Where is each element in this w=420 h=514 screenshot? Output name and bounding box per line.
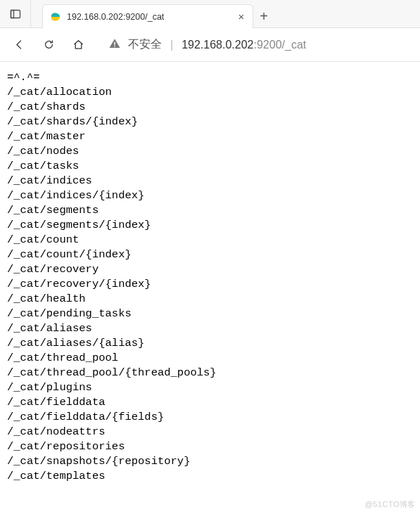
url-display: 192.168.0.202:9200/_cat <box>182 39 306 51</box>
reload-icon <box>43 39 55 51</box>
url-port: :9200 <box>253 39 281 51</box>
svg-rect-2 <box>114 41 115 45</box>
url-path: /_cat <box>282 39 307 51</box>
back-button[interactable] <box>6 32 32 58</box>
close-icon: × <box>238 11 245 23</box>
address-bar[interactable]: 不安全 | 192.168.0.202:9200/_cat <box>94 37 416 53</box>
svg-rect-1 <box>11 10 13 18</box>
page-content: =^.^= /_cat/allocation /_cat/shards /_ca… <box>0 62 420 492</box>
toolbar: 不安全 | 192.168.0.202:9200/_cat <box>0 28 420 62</box>
elastic-favicon <box>50 11 61 23</box>
plus-icon: + <box>260 8 268 25</box>
tab-overview-icon <box>10 8 21 20</box>
watermark: @51CTO博客 <box>365 499 416 510</box>
svg-rect-0 <box>11 10 20 18</box>
insecure-label: 不安全 <box>128 37 162 52</box>
tab-close-button[interactable]: × <box>234 10 248 24</box>
home-button[interactable] <box>65 32 91 58</box>
arrow-left-icon <box>13 39 25 51</box>
separator: | <box>169 39 174 51</box>
insecure-warning-icon <box>108 37 121 53</box>
svg-rect-3 <box>114 46 115 47</box>
home-icon <box>72 39 84 51</box>
url-host: 192.168.0.202 <box>182 39 253 51</box>
tab-strip: 192.168.0.202:9200/_cat × + <box>0 0 420 28</box>
tab-title: 192.168.0.202:9200/_cat <box>67 12 229 22</box>
tab-overview-button[interactable] <box>0 0 31 27</box>
spacer <box>31 0 42 27</box>
reload-button[interactable] <box>35 32 62 58</box>
new-tab-button[interactable]: + <box>253 4 274 28</box>
browser-tab[interactable]: 192.168.0.202:9200/_cat × <box>42 4 253 28</box>
